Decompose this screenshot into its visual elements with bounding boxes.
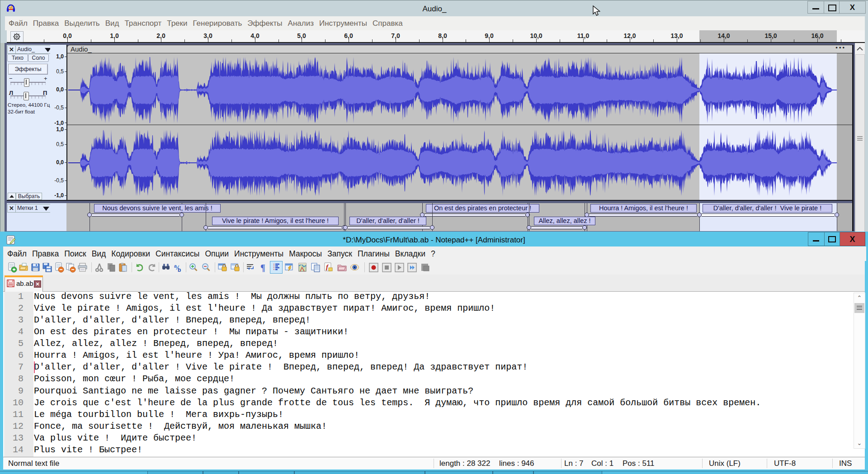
svg-text:a: a — [174, 263, 177, 269]
svg-text:b: b — [178, 267, 181, 273]
svg-text:¶: ¶ — [260, 263, 265, 273]
